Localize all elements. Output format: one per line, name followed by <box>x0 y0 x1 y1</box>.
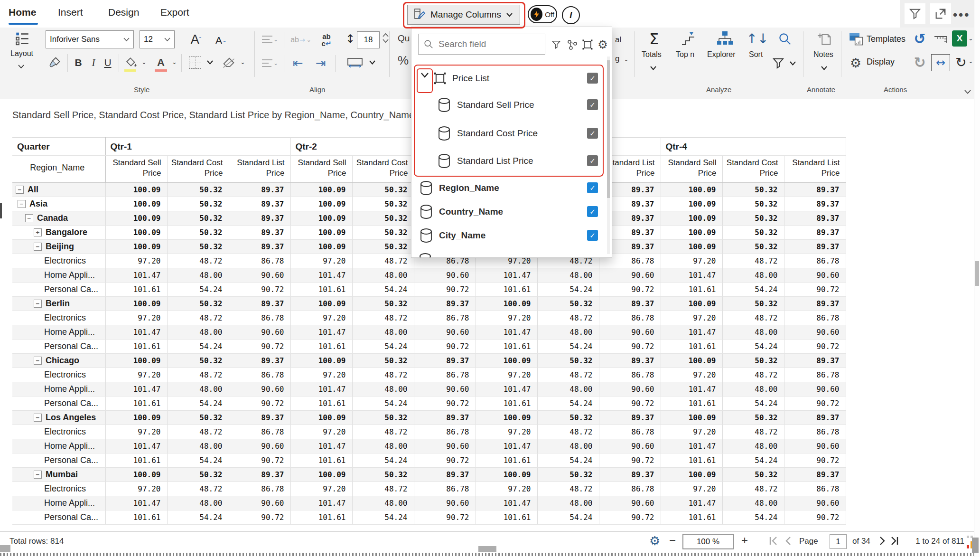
last-page-button[interactable] <box>890 536 901 548</box>
value-cell[interactable]: 101.61 <box>105 510 167 525</box>
value-cell[interactable]: 101.47 <box>105 496 167 510</box>
value-cell[interactable]: 86.78 <box>599 425 661 439</box>
field-item-region-name[interactable]: Region_Name✓ <box>411 177 606 199</box>
collapse-toggle[interactable]: − <box>34 300 42 308</box>
field-item-standard-sell-price[interactable]: Standard Sell Price✓ <box>411 93 606 117</box>
value-cell[interactable]: 89.37 <box>784 197 846 211</box>
value-cell[interactable]: 90.72 <box>414 510 476 525</box>
field-checkbox[interactable]: ✓ <box>587 230 598 241</box>
value-cell[interactable]: 101.47 <box>476 496 537 510</box>
value-cell[interactable]: 90.72 <box>229 397 290 411</box>
value-cell[interactable]: 86.78 <box>784 254 846 268</box>
value-cell[interactable]: 50.32 <box>537 354 599 368</box>
value-cell[interactable]: 54.24 <box>537 510 599 525</box>
value-cell[interactable]: 90.72 <box>229 510 290 525</box>
value-cell[interactable]: 89.37 <box>784 411 846 425</box>
value-cell[interactable]: 50.32 <box>167 240 229 254</box>
value-cell[interactable]: 48.72 <box>722 311 784 325</box>
value-cell[interactable]: 48.00 <box>352 382 414 397</box>
value-cell[interactable]: 50.32 <box>722 354 784 368</box>
column-width-button[interactable] <box>343 53 367 72</box>
value-cell[interactable]: 97.20 <box>105 482 167 496</box>
value-cell[interactable]: 101.61 <box>661 510 722 525</box>
value-cell[interactable]: 90.60 <box>784 439 846 453</box>
value-cell[interactable]: 48.00 <box>537 439 599 453</box>
value-cell[interactable]: 90.72 <box>229 283 290 297</box>
row-label[interactable]: Personal Ca... <box>44 398 98 408</box>
value-cell[interactable]: 100.09 <box>661 211 722 226</box>
chevron-down-icon[interactable]: ⌄ <box>968 58 973 64</box>
value-cell[interactable]: 86.78 <box>229 368 290 382</box>
chevron-down-icon[interactable]: ⌄ <box>172 59 177 65</box>
panel-settings-icon[interactable]: ⚙ <box>597 38 609 51</box>
value-cell[interactable]: 50.32 <box>722 240 784 254</box>
value-cell[interactable]: 50.32 <box>352 183 414 197</box>
value-cell[interactable]: 89.37 <box>229 226 290 240</box>
value-cell[interactable]: 101.47 <box>105 325 167 340</box>
field-search-input[interactable]: Search field <box>418 34 545 55</box>
focus-mode-button[interactable] <box>930 3 951 24</box>
chevron-down-icon[interactable]: ⌄ <box>624 56 629 62</box>
collapse-toggle[interactable]: − <box>34 357 42 365</box>
topn-label[interactable]: Top n <box>676 50 694 59</box>
value-cell[interactable]: 100.09 <box>661 240 722 254</box>
field-checkbox[interactable]: ✓ <box>587 128 598 139</box>
value-cell[interactable]: 89.37 <box>229 183 290 197</box>
value-cell[interactable]: 101.47 <box>661 496 722 510</box>
value-cell[interactable]: 100.09 <box>476 354 537 368</box>
value-cell[interactable]: 100.09 <box>105 240 167 254</box>
value-cell[interactable]: 100.09 <box>661 468 722 482</box>
value-cell[interactable]: 48.72 <box>352 482 414 496</box>
value-cell[interactable]: 101.47 <box>476 325 537 340</box>
value-cell[interactable]: 101.61 <box>661 453 722 468</box>
value-cell[interactable]: 101.61 <box>661 283 722 297</box>
value-cell[interactable]: 50.32 <box>352 240 414 254</box>
collapse-toggle[interactable]: − <box>34 471 42 479</box>
value-cell[interactable]: 101.47 <box>476 439 537 453</box>
font-name-select[interactable]: Inforiver Sans <box>46 30 134 48</box>
value-cell[interactable]: 50.32 <box>167 211 229 226</box>
measure-header[interactable]: Standard Sell Price <box>661 156 722 183</box>
value-cell[interactable]: 48.00 <box>537 382 599 397</box>
row-label[interactable]: Home Appli... <box>44 384 95 394</box>
value-cell[interactable]: 50.32 <box>167 226 229 240</box>
first-page-button[interactable] <box>769 536 779 548</box>
value-cell[interactable]: 100.09 <box>661 226 722 240</box>
value-cell[interactable]: 97.20 <box>105 311 167 325</box>
row-height-input[interactable]: 18 <box>357 31 380 48</box>
value-cell[interactable]: 101.61 <box>661 397 722 411</box>
value-cell[interactable]: 97.20 <box>105 368 167 382</box>
value-cell[interactable]: 48.72 <box>352 254 414 268</box>
value-cell[interactable]: 86.78 <box>229 482 290 496</box>
font-size-select[interactable]: 12 <box>140 30 175 48</box>
value-cell[interactable]: 97.20 <box>476 482 537 496</box>
collapse-toggle[interactable]: − <box>18 200 26 208</box>
value-cell[interactable]: 100.09 <box>476 411 537 425</box>
value-cell[interactable]: 101.47 <box>290 439 352 453</box>
value-cell[interactable]: 97.20 <box>476 368 537 382</box>
value-cell[interactable]: 50.32 <box>722 183 784 197</box>
value-cell[interactable]: 48.72 <box>352 368 414 382</box>
value-cell[interactable]: 100.09 <box>105 197 167 211</box>
wrap-text-button[interactable]: ab → ⌄ <box>289 31 313 48</box>
value-cell[interactable]: 86.78 <box>784 425 846 439</box>
row-label[interactable]: Electronics <box>44 370 86 380</box>
value-cell[interactable]: 90.72 <box>599 453 661 468</box>
value-cell[interactable]: 100.09 <box>290 226 352 240</box>
value-cell[interactable]: 100.09 <box>661 354 722 368</box>
value-cell[interactable]: 50.32 <box>352 297 414 311</box>
value-cell[interactable]: 100.09 <box>105 354 167 368</box>
value-cell[interactable]: 100.09 <box>290 411 352 425</box>
value-cell[interactable]: 97.20 <box>290 482 352 496</box>
value-cell[interactable]: 89.37 <box>599 411 661 425</box>
value-cell[interactable]: 89.37 <box>599 354 661 368</box>
value-cell[interactable]: 90.72 <box>599 397 661 411</box>
tab-design[interactable]: Design <box>108 7 139 18</box>
value-cell[interactable]: 101.47 <box>661 325 722 340</box>
live-toggle[interactable]: Off <box>528 5 557 23</box>
value-cell[interactable]: 54.24 <box>352 340 414 354</box>
collapse-toggle[interactable]: − <box>25 214 33 222</box>
value-cell[interactable]: 54.24 <box>537 453 599 468</box>
value-cell[interactable]: 50.32 <box>352 226 414 240</box>
value-cell[interactable]: 89.37 <box>784 468 846 482</box>
